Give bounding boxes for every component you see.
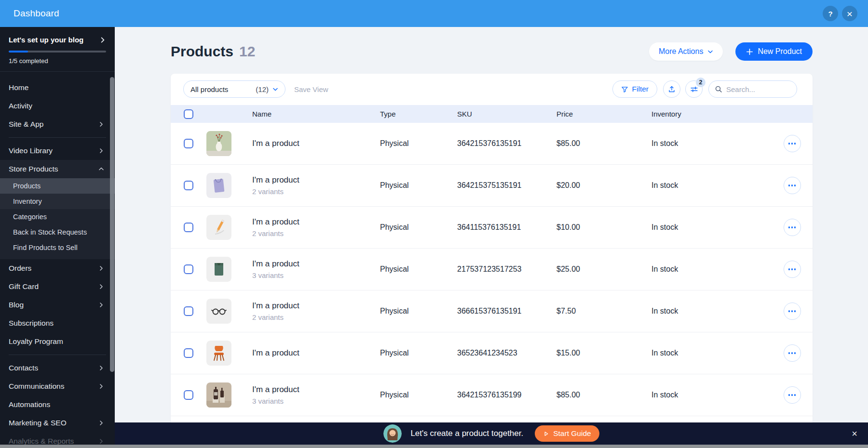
table-row[interactable]: I'm a product Physical 36523641234523 $1… xyxy=(171,332,813,374)
product-price: $7.50 xyxy=(556,307,651,316)
sidebar-item-blog[interactable]: Blog xyxy=(0,296,115,314)
setup-card[interactable]: Let's set up your blog 1/5 completed xyxy=(0,27,115,71)
table-row[interactable]: I'm a product 3 variants Physical 217537… xyxy=(171,249,813,290)
row-actions-button[interactable] xyxy=(784,303,801,320)
product-inventory: In stock xyxy=(651,307,772,316)
sidebar-item-products[interactable]: Products xyxy=(0,178,115,194)
row-checkbox[interactable] xyxy=(184,306,193,316)
row-actions-button[interactable] xyxy=(784,177,801,194)
search-input[interactable] xyxy=(726,85,789,93)
sidebar: Let's set up your blog 1/5 completed Hom… xyxy=(0,27,115,448)
product-name: I'm a product xyxy=(252,217,380,227)
sidebar-item-label: Inventory xyxy=(13,198,42,205)
product-variants: 3 variants xyxy=(252,397,380,405)
customize-columns-button[interactable]: 2 xyxy=(685,80,703,98)
sidebar-item-label: Gift Card xyxy=(9,282,39,291)
sidebar-item-inventory[interactable]: Inventory xyxy=(0,194,115,209)
sidebar-item-home[interactable]: Home xyxy=(0,79,115,97)
horizontal-scrollbar[interactable] xyxy=(0,445,868,448)
sidebar-item-label: Subscriptions xyxy=(9,319,54,328)
product-variants: 2 variants xyxy=(252,229,380,237)
sidebar-item-activity[interactable]: Activity xyxy=(0,97,115,115)
sidebar-item-label: Contacts xyxy=(9,364,38,372)
help-button[interactable]: ? xyxy=(823,6,838,21)
table-row[interactable]: I'm a product 2 variants Physical 364115… xyxy=(171,207,813,249)
chevron-down-icon xyxy=(272,86,278,92)
save-view-button[interactable]: Save View xyxy=(294,85,328,93)
chevron-right-icon xyxy=(98,265,104,271)
export-button[interactable] xyxy=(663,80,680,98)
sidebar-item-label: Automations xyxy=(9,400,50,409)
column-header-price[interactable]: Price xyxy=(556,110,651,118)
filter-button[interactable]: Filter xyxy=(612,80,657,98)
row-actions-button[interactable] xyxy=(784,219,801,236)
sidebar-item-back-in-stock-requests[interactable]: Back in Stock Requests xyxy=(0,224,115,240)
product-sku: 364215376135191 xyxy=(457,139,556,148)
sidebar-item-gift-card[interactable]: Gift Card xyxy=(0,277,115,296)
product-type: Physical xyxy=(380,349,457,357)
row-checkbox[interactable] xyxy=(184,348,193,358)
avatar xyxy=(383,424,402,443)
chevron-up-icon xyxy=(98,166,104,172)
row-actions-button[interactable] xyxy=(784,386,801,404)
play-icon xyxy=(543,431,549,437)
table-row[interactable]: I'm a product 2 variants Physical 364215… xyxy=(171,165,813,207)
setup-progress-track xyxy=(9,51,106,53)
sidebar-item-contacts[interactable]: Contacts xyxy=(0,359,115,377)
sidebar-item-site-app[interactable]: Site & App xyxy=(0,115,115,133)
row-actions-button[interactable] xyxy=(784,344,801,362)
guide-message: Let's create a product together. xyxy=(410,429,523,438)
column-header-type[interactable]: Type xyxy=(380,110,457,118)
row-checkbox[interactable] xyxy=(184,223,193,232)
product-inventory: In stock xyxy=(651,223,772,232)
product-name: I'm a product xyxy=(252,385,380,395)
product-type: Physical xyxy=(380,223,457,232)
sidebar-item-video-library[interactable]: Video Library xyxy=(0,142,115,160)
table-row[interactable]: I'm a product 2 variants Physical 366615… xyxy=(171,290,813,332)
row-actions-button[interactable] xyxy=(784,261,801,278)
sidebar-item-marketing-seo[interactable]: Marketing & SEO xyxy=(0,414,115,432)
chevron-right-icon xyxy=(98,383,104,389)
select-all-checkbox[interactable] xyxy=(184,109,193,119)
sidebar-item-loyalty-program[interactable]: Loyalty Program xyxy=(0,332,115,351)
row-checkbox[interactable] xyxy=(184,264,193,274)
start-guide-label: Start Guide xyxy=(553,429,591,438)
close-icon: × xyxy=(847,9,853,19)
row-checkbox[interactable] xyxy=(184,181,193,190)
sidebar-item-find-products-to-sell[interactable]: Find Products to Sell xyxy=(0,240,115,255)
column-header-inventory[interactable]: Inventory xyxy=(651,110,772,118)
row-checkbox[interactable] xyxy=(184,139,193,148)
new-product-label: New Product xyxy=(758,47,802,56)
sidebar-item-store-products[interactable]: Store Products xyxy=(0,160,115,178)
new-product-button[interactable]: New Product xyxy=(735,42,813,61)
question-mark-icon: ? xyxy=(828,10,832,18)
sidebar-item-automations[interactable]: Automations xyxy=(0,395,115,414)
guide-close-icon[interactable]: × xyxy=(852,429,857,438)
row-checkbox[interactable] xyxy=(184,390,193,400)
row-actions-button[interactable] xyxy=(784,135,801,152)
table-row[interactable]: I'm a product 3 variants Physical 364215… xyxy=(171,374,813,416)
more-actions-button[interactable]: More Actions xyxy=(649,42,723,61)
product-inventory: In stock xyxy=(651,391,772,399)
product-thumbnail-orange-pencil xyxy=(206,215,231,240)
main-content: Products 12 More Actions New Product All… xyxy=(115,27,868,448)
close-dashboard-button[interactable]: × xyxy=(842,6,857,21)
column-header-name[interactable]: Name xyxy=(252,110,380,118)
product-name: I'm a product xyxy=(252,175,380,185)
product-price: $25.00 xyxy=(556,265,651,274)
product-variants: 3 variants xyxy=(252,271,380,279)
table-row[interactable]: I'm a product Physical 364215376135191 $… xyxy=(171,123,813,165)
product-variants: 2 variants xyxy=(252,187,380,196)
sidebar-scrollbar[interactable] xyxy=(110,77,114,372)
view-selector-dropdown[interactable]: All products (12) xyxy=(183,80,285,98)
search-box xyxy=(708,80,797,98)
sidebar-item-subscriptions[interactable]: Subscriptions xyxy=(0,314,115,332)
chevron-right-icon xyxy=(98,438,104,444)
sidebar-item-communications[interactable]: Communications xyxy=(0,377,115,395)
sidebar-item-categories[interactable]: Categories xyxy=(0,209,115,224)
column-header-sku[interactable]: SKU xyxy=(457,110,556,118)
start-guide-button[interactable]: Start Guide xyxy=(535,425,599,442)
product-name: I'm a product xyxy=(252,348,380,358)
view-selector-label: All products xyxy=(190,85,228,93)
sidebar-item-orders[interactable]: Orders xyxy=(0,259,115,277)
